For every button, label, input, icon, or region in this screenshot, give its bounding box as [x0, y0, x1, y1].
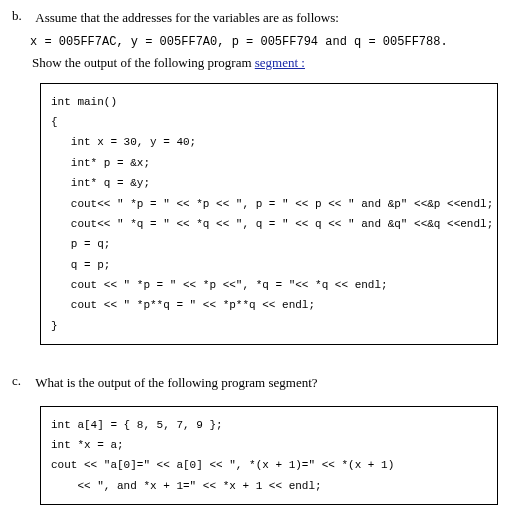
question-b-label: b.: [12, 8, 32, 24]
question-b-prompt-prefix: Show the output of the following program: [32, 55, 255, 70]
question-b-intro: Assume that the addresses for the variab…: [35, 8, 515, 29]
address-line: x = 005FF7AC, y = 005FF7A0, p = 005FF794…: [30, 35, 516, 49]
code-box-b: int main() { int x = 30, y = 40; int* p …: [40, 83, 498, 345]
segment-link[interactable]: segment :: [255, 55, 305, 70]
question-c-label: c.: [12, 373, 32, 389]
question-c-prompt: What is the output of the following prog…: [35, 373, 515, 394]
code-box-c: int a[4] = { 8, 5, 7, 9 }; int *x = a; c…: [40, 406, 498, 505]
question-c: c. What is the output of the following p…: [12, 373, 516, 505]
question-b: b. Assume that the addresses for the var…: [12, 8, 516, 345]
